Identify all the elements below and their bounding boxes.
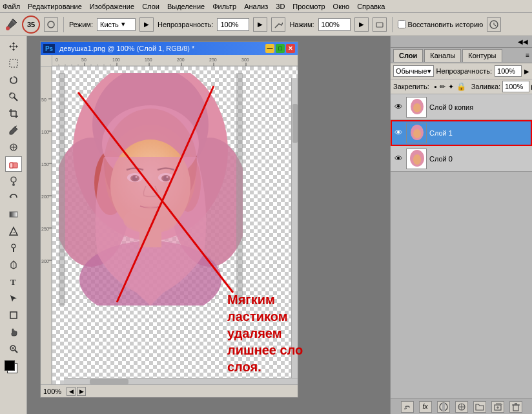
status-next-btn[interactable]: ▶: [77, 387, 86, 396]
menu-select[interactable]: Выделение: [167, 3, 205, 10]
tab-channels[interactable]: Каналы: [424, 49, 461, 62]
lock-move-btn[interactable]: ✦: [448, 83, 454, 91]
layer-name-0-copy: Слой 0 копия: [429, 103, 473, 111]
pressure-value[interactable]: 100%: [318, 18, 351, 31]
brush-size-display[interactable]: 35: [22, 16, 40, 34]
menu-file[interactable]: Файл: [3, 3, 20, 10]
hand-tool[interactable]: [5, 324, 22, 340]
toolbox: T: [0, 36, 27, 414]
layer-visibility-1[interactable]: 👁: [393, 128, 404, 138]
healing-brush-tool[interactable]: [5, 140, 22, 155]
blend-mode-dropdown[interactable]: Обычные ▾: [393, 65, 434, 77]
menu-filter[interactable]: Фильтр: [212, 3, 236, 10]
tablet-btn[interactable]: [373, 17, 387, 32]
image-canvas: [59, 73, 243, 305]
crop-tool[interactable]: [5, 106, 22, 121]
pressure-label: Нажим:: [289, 21, 314, 28]
portrait-svg: [59, 73, 243, 305]
opacity-value[interactable]: 100%: [217, 18, 249, 31]
menu-layers[interactable]: Слои: [142, 3, 159, 10]
layer-lock-row: Закрепить: ▪ ✏ ✦ 🔒 Заливка: 100% ▶: [391, 79, 532, 94]
type-tool[interactable]: T: [5, 274, 22, 289]
add-mask-btn[interactable]: [437, 401, 450, 413]
document-title: девушка1.png @ 100% (Слой 1, RGB/8) *: [59, 45, 194, 52]
brush-picker-btn[interactable]: [44, 17, 58, 32]
lasso-tool[interactable]: [5, 72, 22, 88]
annotation-text: Мягким ластиком удаляем лишнее сло слоя.: [227, 291, 331, 375]
new-layer-btn[interactable]: [491, 401, 504, 413]
zoom-tool[interactable]: [5, 341, 22, 357]
path-select-tool[interactable]: [5, 291, 22, 306]
foreground-color-box[interactable]: [5, 360, 15, 371]
menu-edit[interactable]: Редактирование: [28, 3, 82, 10]
menu-help[interactable]: Справка: [357, 3, 385, 10]
airbrush-btn[interactable]: [271, 17, 285, 32]
tab-paths[interactable]: Контуры: [462, 49, 502, 62]
delete-layer-btn[interactable]: [509, 401, 522, 413]
clone-stamp-tool[interactable]: [5, 173, 22, 189]
menu-view[interactable]: Просмотр: [292, 3, 325, 10]
horizontal-scrollbar[interactable]: [64, 378, 298, 384]
svg-line-13: [15, 126, 17, 127]
link-layers-btn[interactable]: [401, 401, 414, 413]
layer-list: 👁 Слой 0 копия 👁: [391, 94, 532, 398]
shape-icon: [8, 310, 19, 320]
new-layer-icon: [493, 402, 502, 411]
eyedropper-tool[interactable]: [5, 123, 22, 138]
history-icon-btn[interactable]: [487, 17, 501, 32]
menu-analysis[interactable]: Анализ: [244, 3, 268, 10]
close-button[interactable]: ✕: [286, 44, 295, 53]
menu-3d[interactable]: 3D: [276, 3, 285, 10]
restore-history-checkbox[interactable]: [398, 20, 406, 28]
mode-arrow-btn[interactable]: ▶: [139, 17, 154, 32]
restore-history-label[interactable]: Восстановить историю: [398, 20, 484, 28]
mode-dropdown[interactable]: Кисть ▾: [97, 18, 136, 31]
svg-text:T: T: [10, 277, 16, 287]
shape-tool[interactable]: [5, 307, 22, 323]
layer-visibility-0-copy[interactable]: 👁: [393, 102, 404, 112]
pen-tool[interactable]: [5, 257, 22, 273]
scrollbar-thumb-v[interactable]: [292, 104, 298, 143]
panel-menu-btn[interactable]: ≡: [526, 52, 529, 59]
panel-collapse-btn[interactable]: ◀◀: [515, 38, 531, 45]
opacity-arrow-btn[interactable]: ▶: [253, 17, 267, 32]
status-prev-btn[interactable]: ◀: [66, 387, 76, 396]
svg-rect-2: [376, 23, 383, 27]
history-brush-icon: [8, 192, 19, 203]
layer-visibility-0[interactable]: 👁: [393, 154, 404, 164]
layer-item-1[interactable]: 👁 Слой 1: [391, 120, 532, 146]
marquee-tool[interactable]: [5, 56, 22, 71]
dropdown-arrow: ▾: [121, 20, 125, 28]
fill-value[interactable]: 100%: [502, 81, 529, 92]
svg-point-97: [413, 154, 421, 165]
scrollbar-thumb-h[interactable]: [90, 379, 128, 384]
pressure-arrow-btn[interactable]: ▶: [354, 17, 369, 32]
opacity-panel-value[interactable]: 100%: [495, 65, 522, 77]
new-adjustment-btn[interactable]: [455, 401, 468, 413]
add-style-btn[interactable]: fx: [419, 401, 432, 413]
tab-layers[interactable]: Слои: [393, 49, 423, 62]
magic-wand-tool[interactable]: [5, 89, 22, 105]
separator-1: [63, 17, 64, 32]
opacity-arrow-panel[interactable]: ▶: [524, 68, 529, 75]
layer-item-0-copy[interactable]: 👁 Слой 0 копия: [391, 94, 532, 120]
lock-image-btn[interactable]: ✏: [440, 83, 445, 91]
svg-rect-26: [10, 312, 17, 318]
minimize-button[interactable]: —: [265, 44, 274, 53]
fx-icon: fx: [423, 403, 428, 410]
blur-tool[interactable]: [5, 223, 22, 239]
lock-all-btn[interactable]: 🔒: [456, 82, 466, 91]
clone-icon: [8, 176, 19, 186]
menu-window[interactable]: Окно: [333, 3, 350, 10]
history-brush-tool[interactable]: [5, 190, 22, 205]
move-tool[interactable]: [5, 39, 22, 54]
layer-item-0[interactable]: 👁 Слой 0: [391, 146, 532, 172]
dodge-tool[interactable]: [5, 240, 22, 256]
gradient-tool[interactable]: [5, 207, 22, 222]
eraser-tool[interactable]: [5, 156, 22, 172]
menu-image[interactable]: Изображение: [90, 3, 134, 10]
lock-transparent-btn[interactable]: ▪: [435, 83, 437, 90]
svg-point-20: [12, 183, 15, 186]
maximize-button[interactable]: □: [276, 44, 285, 53]
new-group-btn[interactable]: [473, 401, 486, 413]
